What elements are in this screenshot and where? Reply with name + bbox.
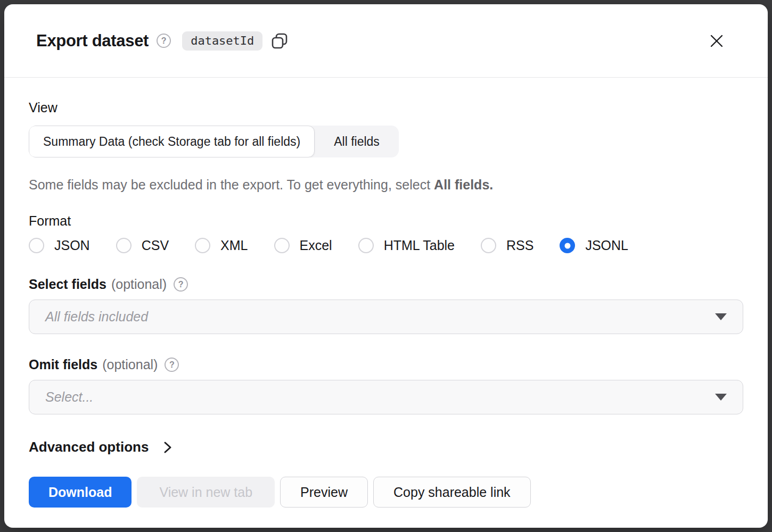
view-segmented-control: Summary Data (check Storage tab for all … [29,126,399,157]
dataset-id-badge: datasetId [182,31,262,51]
radio-icon [116,238,132,253]
select-fields-help-icon[interactable]: ? [174,277,188,292]
advanced-options-label: Advanced options [29,439,149,455]
chevron-right-icon [160,440,174,454]
copy-icon [270,32,289,50]
copy-shareable-link-button[interactable]: Copy shareable link [373,477,531,508]
radio-icon [481,238,496,253]
close-button[interactable] [705,29,728,53]
radio-option-jsonl[interactable]: JSONL [560,238,628,253]
radio-label: XML [220,238,248,253]
omit-fields-dropdown[interactable]: Select... [29,380,743,414]
radio-icon [358,238,374,253]
radio-label: HTML Table [384,238,455,253]
download-button[interactable]: Download [29,477,132,508]
segment-all-fields[interactable]: All fields [315,126,399,157]
view-in-new-tab-button[interactable]: View in new tab [137,477,275,508]
select-fields-placeholder: All fields included [45,309,148,325]
modal-title: Export dataset [36,31,149,51]
segment-summary-data[interactable]: Summary Data (check Storage tab for all … [29,126,315,157]
radio-icon [29,238,44,253]
view-label: View [29,100,743,115]
radio-option-json[interactable]: JSON [29,238,90,253]
format-label: Format [29,213,743,229]
caret-down-icon [715,313,727,320]
preview-button[interactable]: Preview [280,477,368,508]
caret-down-icon [715,394,727,401]
select-fields-dropdown[interactable]: All fields included [29,300,743,334]
select-fields-optional: (optional) [111,277,167,292]
modal-header: Export dataset ? datasetId [4,4,768,78]
hint-body: Some fields may be excluded in the expor… [29,177,430,192]
close-icon [709,33,725,49]
modal-body: View Summary Data (check Storage tab for… [4,78,768,528]
radio-icon [560,238,575,253]
radio-label: RSS [506,238,533,253]
radio-option-html-table[interactable]: HTML Table [358,238,455,253]
omit-fields-optional: (optional) [102,357,158,372]
question-glyph: ? [161,36,167,46]
export-dataset-modal: Export dataset ? datasetId View [4,4,768,528]
question-glyph: ? [178,280,184,289]
omit-fields-placeholder: Select... [45,389,93,405]
radio-icon [274,238,290,253]
radio-option-excel[interactable]: Excel [274,238,332,253]
radio-option-csv[interactable]: CSV [116,238,169,253]
select-fields-label-row: Select fields (optional) ? [29,277,743,292]
title-help-icon[interactable]: ? [157,34,171,48]
omit-fields-help-icon[interactable]: ? [165,358,179,372]
radio-icon [195,238,210,253]
radio-option-xml[interactable]: XML [195,238,248,253]
advanced-options-toggle[interactable]: Advanced options [29,439,174,455]
radio-option-rss[interactable]: RSS [481,238,533,253]
radio-label: JSON [54,238,90,253]
radio-label: JSONL [585,238,628,253]
question-glyph: ? [169,360,175,370]
select-fields-label: Select fields [29,277,106,292]
radio-label: Excel [300,238,332,253]
hint-emphasis: All fields. [434,177,493,192]
omit-fields-label-row: Omit fields (optional) ? [29,357,743,372]
export-hint-text: Some fields may be excluded in the expor… [29,177,743,193]
format-radio-group: JSON CSV XML Excel HTML Table RSS [29,238,743,253]
radio-label: CSV [142,238,169,253]
copy-dataset-id-button[interactable] [269,31,290,51]
actions-row: Download View in new tab Preview Copy sh… [29,477,743,508]
omit-fields-label: Omit fields [29,357,97,372]
